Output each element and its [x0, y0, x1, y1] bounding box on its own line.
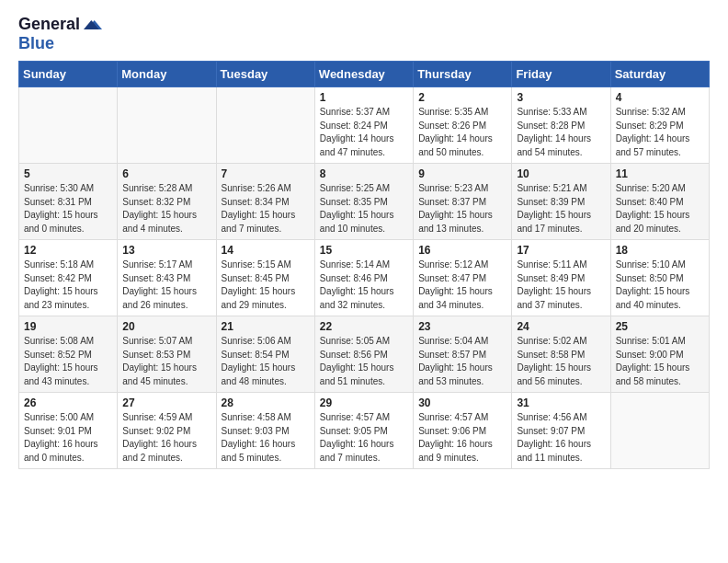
logo: General Blue — [18, 15, 102, 53]
day-number: 17 — [517, 244, 605, 257]
calendar-header-monday: Monday — [118, 62, 216, 87]
calendar-week-row: 26Sunrise: 5:00 AMSunset: 9:01 PMDayligh… — [19, 393, 710, 469]
day-number: 19 — [24, 320, 112, 333]
calendar-week-row: 12Sunrise: 5:18 AMSunset: 8:42 PMDayligh… — [19, 240, 710, 316]
calendar-cell: 28Sunrise: 4:58 AMSunset: 9:03 PMDayligh… — [216, 393, 314, 469]
day-number: 29 — [320, 396, 408, 409]
calendar-cell: 4Sunrise: 5:32 AMSunset: 8:29 PMDaylight… — [610, 87, 709, 164]
day-number: 15 — [320, 244, 408, 257]
calendar-cell: 19Sunrise: 5:08 AMSunset: 8:52 PMDayligh… — [19, 316, 118, 393]
day-number: 10 — [517, 167, 605, 180]
day-number: 18 — [616, 244, 704, 257]
day-info: Sunrise: 5:25 AMSunset: 8:35 PMDaylight:… — [320, 182, 408, 236]
calendar-header-tuesday: Tuesday — [216, 62, 314, 87]
calendar-header-saturday: Saturday — [610, 62, 709, 87]
calendar-cell: 13Sunrise: 5:17 AMSunset: 8:43 PMDayligh… — [118, 240, 216, 316]
logo-general-text: General — [18, 15, 80, 34]
calendar-cell: 18Sunrise: 5:10 AMSunset: 8:50 PMDayligh… — [610, 240, 709, 316]
day-info: Sunrise: 5:37 AMSunset: 8:24 PMDaylight:… — [320, 106, 408, 159]
calendar-cell: 26Sunrise: 5:00 AMSunset: 9:01 PMDayligh… — [19, 393, 118, 469]
calendar-cell: 12Sunrise: 5:18 AMSunset: 8:42 PMDayligh… — [19, 240, 118, 316]
calendar-header-friday: Friday — [512, 62, 610, 87]
day-number: 30 — [418, 396, 506, 409]
calendar-cell: 23Sunrise: 5:04 AMSunset: 8:57 PMDayligh… — [414, 316, 512, 393]
day-number: 4 — [616, 91, 704, 104]
calendar-cell: 15Sunrise: 5:14 AMSunset: 8:46 PMDayligh… — [314, 240, 413, 316]
day-number: 26 — [24, 396, 112, 409]
day-info: Sunrise: 5:20 AMSunset: 8:40 PMDaylight:… — [616, 182, 704, 236]
day-info: Sunrise: 5:28 AMSunset: 8:32 PMDaylight:… — [122, 182, 210, 236]
day-number: 28 — [222, 396, 310, 409]
day-info: Sunrise: 5:01 AMSunset: 9:00 PMDaylight:… — [616, 335, 704, 388]
calendar-cell: 8Sunrise: 5:25 AMSunset: 8:35 PMDaylight… — [314, 164, 413, 240]
day-info: Sunrise: 5:30 AMSunset: 8:31 PMDaylight:… — [24, 182, 112, 236]
calendar-cell: 7Sunrise: 5:26 AMSunset: 8:34 PMDaylight… — [216, 164, 314, 240]
calendar-table: SundayMondayTuesdayWednesdayThursdayFrid… — [18, 61, 710, 469]
calendar-header-sunday: Sunday — [19, 62, 118, 87]
calendar-header-wednesday: Wednesday — [314, 62, 413, 87]
calendar-cell — [118, 87, 216, 164]
day-info: Sunrise: 5:10 AMSunset: 8:50 PMDaylight:… — [616, 259, 704, 312]
day-info: Sunrise: 5:12 AMSunset: 8:47 PMDaylight:… — [418, 259, 506, 312]
day-number: 1 — [320, 91, 408, 104]
calendar-cell: 2Sunrise: 5:35 AMSunset: 8:26 PMDaylight… — [414, 87, 512, 164]
day-number: 31 — [517, 396, 605, 409]
calendar-header-thursday: Thursday — [414, 62, 512, 87]
day-info: Sunrise: 5:17 AMSunset: 8:43 PMDaylight:… — [122, 259, 210, 312]
day-info: Sunrise: 4:57 AMSunset: 9:05 PMDaylight:… — [320, 411, 408, 465]
calendar-cell: 25Sunrise: 5:01 AMSunset: 9:00 PMDayligh… — [610, 316, 709, 393]
calendar-cell: 20Sunrise: 5:07 AMSunset: 8:53 PMDayligh… — [118, 316, 216, 393]
calendar-week-row: 19Sunrise: 5:08 AMSunset: 8:52 PMDayligh… — [19, 316, 710, 393]
day-number: 13 — [122, 244, 210, 257]
calendar-cell: 9Sunrise: 5:23 AMSunset: 8:37 PMDaylight… — [414, 164, 512, 240]
calendar-cell — [19, 87, 118, 164]
calendar-cell: 14Sunrise: 5:15 AMSunset: 8:45 PMDayligh… — [216, 240, 314, 316]
calendar-cell: 16Sunrise: 5:12 AMSunset: 8:47 PMDayligh… — [414, 240, 512, 316]
calendar-cell: 31Sunrise: 4:56 AMSunset: 9:07 PMDayligh… — [512, 393, 610, 469]
day-number: 27 — [122, 396, 210, 409]
day-info: Sunrise: 5:14 AMSunset: 8:46 PMDaylight:… — [320, 259, 408, 312]
day-number: 6 — [122, 167, 210, 180]
day-info: Sunrise: 4:59 AMSunset: 9:02 PMDaylight:… — [122, 411, 210, 465]
calendar-cell: 17Sunrise: 5:11 AMSunset: 8:49 PMDayligh… — [512, 240, 610, 316]
calendar-cell: 27Sunrise: 4:59 AMSunset: 9:02 PMDayligh… — [118, 393, 216, 469]
day-number: 12 — [24, 244, 112, 257]
day-number: 7 — [222, 167, 310, 180]
calendar-cell: 22Sunrise: 5:05 AMSunset: 8:56 PMDayligh… — [314, 316, 413, 393]
day-number: 9 — [418, 167, 506, 180]
calendar-cell: 30Sunrise: 4:57 AMSunset: 9:06 PMDayligh… — [414, 393, 512, 469]
day-info: Sunrise: 5:06 AMSunset: 8:54 PMDaylight:… — [222, 335, 310, 388]
day-info: Sunrise: 5:21 AMSunset: 8:39 PMDaylight:… — [517, 182, 605, 236]
day-info: Sunrise: 5:33 AMSunset: 8:28 PMDaylight:… — [517, 106, 605, 159]
day-info: Sunrise: 5:04 AMSunset: 8:57 PMDaylight:… — [418, 335, 506, 388]
calendar-cell: 1Sunrise: 5:37 AMSunset: 8:24 PMDaylight… — [314, 87, 413, 164]
calendar-cell: 24Sunrise: 5:02 AMSunset: 8:58 PMDayligh… — [512, 316, 610, 393]
calendar-cell: 10Sunrise: 5:21 AMSunset: 8:39 PMDayligh… — [512, 164, 610, 240]
day-number: 2 — [418, 91, 506, 104]
calendar-cell: 11Sunrise: 5:20 AMSunset: 8:40 PMDayligh… — [610, 164, 709, 240]
calendar-cell: 29Sunrise: 4:57 AMSunset: 9:05 PMDayligh… — [314, 393, 413, 469]
day-info: Sunrise: 5:15 AMSunset: 8:45 PMDaylight:… — [222, 259, 310, 312]
logo-blue-text: Blue — [18, 34, 54, 52]
calendar-cell: 5Sunrise: 5:30 AMSunset: 8:31 PMDaylight… — [19, 164, 118, 240]
day-info: Sunrise: 4:57 AMSunset: 9:06 PMDaylight:… — [418, 411, 506, 465]
day-number: 14 — [222, 244, 310, 257]
day-info: Sunrise: 5:26 AMSunset: 8:34 PMDaylight:… — [222, 182, 310, 236]
calendar-cell: 6Sunrise: 5:28 AMSunset: 8:32 PMDaylight… — [118, 164, 216, 240]
day-info: Sunrise: 5:32 AMSunset: 8:29 PMDaylight:… — [616, 106, 704, 159]
day-number: 24 — [517, 320, 605, 333]
day-info: Sunrise: 4:56 AMSunset: 9:07 PMDaylight:… — [517, 411, 605, 465]
calendar-week-row: 5Sunrise: 5:30 AMSunset: 8:31 PMDaylight… — [19, 164, 710, 240]
day-info: Sunrise: 5:08 AMSunset: 8:52 PMDaylight:… — [24, 335, 112, 388]
calendar-cell — [610, 393, 709, 469]
calendar-cell: 3Sunrise: 5:33 AMSunset: 8:28 PMDaylight… — [512, 87, 610, 164]
logo-icon — [84, 16, 102, 34]
calendar-body: 1Sunrise: 5:37 AMSunset: 8:24 PMDaylight… — [19, 87, 710, 469]
day-number: 8 — [320, 167, 408, 180]
day-number: 11 — [616, 167, 704, 180]
day-number: 5 — [24, 167, 112, 180]
page-header: General Blue — [18, 15, 710, 53]
calendar-cell — [216, 87, 314, 164]
day-info: Sunrise: 5:23 AMSunset: 8:37 PMDaylight:… — [418, 182, 506, 236]
day-number: 20 — [122, 320, 210, 333]
